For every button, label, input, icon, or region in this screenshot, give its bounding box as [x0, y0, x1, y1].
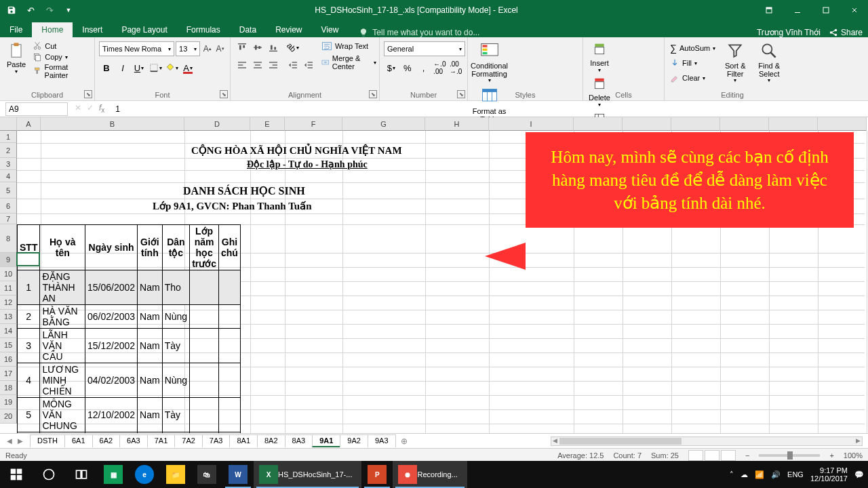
row-header-11[interactable]: 11	[0, 281, 17, 296]
taskbar-app-store[interactable]: 🛍	[191, 461, 222, 488]
insert-cells-button[interactable]: Insert▾	[586, 39, 613, 73]
tab-file[interactable]: File	[0, 22, 32, 37]
cancel-formula-icon[interactable]: ✕	[75, 103, 81, 114]
col-header-D[interactable]: D	[184, 117, 250, 131]
decrease-indent-icon[interactable]	[285, 58, 300, 73]
row-header-15[interactable]: 15	[0, 338, 17, 352]
paste-button[interactable]: Paste▾	[3, 39, 30, 79]
save-icon[interactable]	[3, 1, 20, 19]
row-header-10[interactable]: 10	[0, 267, 17, 281]
tray-onedrive-icon[interactable]: ☁	[741, 470, 748, 479]
taskbar-app-excel[interactable]: XHS_DSHocSinh_17-...	[254, 461, 361, 488]
clear-button[interactable]: Clear▾	[670, 71, 715, 85]
cut-button[interactable]: Cut	[33, 41, 92, 51]
taskbar-app-sheets[interactable]: ▦	[98, 461, 129, 488]
conditional-formatting-button[interactable]: Conditional Formatting▾	[471, 39, 508, 84]
font-launcher-icon[interactable]: ⬊	[220, 90, 228, 98]
merge-center-button[interactable]: Merge & Center▾	[321, 55, 376, 70]
align-top-icon[interactable]	[235, 40, 250, 55]
sheet-tab-6A3[interactable]: 6A3	[119, 434, 148, 447]
sheet-tab-7A2[interactable]: 7A2	[174, 434, 203, 447]
tray-chevron-icon[interactable]: ˄	[730, 470, 734, 479]
row-header-20[interactable]: 20	[0, 409, 17, 424]
shrink-font-icon[interactable]: A▾	[214, 41, 226, 56]
copy-button[interactable]: Copy▾	[33, 52, 92, 62]
align-bottom-icon[interactable]	[266, 40, 281, 55]
view-page-layout-icon[interactable]	[705, 450, 719, 461]
minimize-icon[interactable]	[784, 0, 811, 20]
orientation-icon[interactable]: ab▾	[285, 40, 300, 55]
tab-view[interactable]: View	[312, 22, 349, 37]
spreadsheet-grid[interactable]: ABDEFGHI 1234567891011121314151617181920…	[0, 117, 868, 433]
row-header-6[interactable]: 6	[0, 199, 17, 214]
sheet-tab-8A2[interactable]: 8A2	[257, 434, 285, 447]
row-header-5[interactable]: 5	[0, 182, 17, 199]
grow-font-icon[interactable]: A▴	[201, 41, 213, 56]
bold-button[interactable]: B	[99, 60, 114, 75]
format-painter-button[interactable]: Format Painter	[33, 63, 92, 79]
find-select-button[interactable]: Find & Select▾	[752, 39, 786, 87]
sheet-tab-7A3[interactable]: 7A3	[202, 434, 231, 447]
row-header-8[interactable]: 8	[0, 224, 17, 253]
horizontal-scrollbar[interactable]: ◀▶	[551, 436, 863, 446]
taskbar-app-recorder[interactable]: ⏺Recording...	[393, 461, 467, 488]
italic-button[interactable]: I	[115, 60, 130, 75]
new-sheet-icon[interactable]: ⊕	[395, 436, 413, 446]
tray-clock[interactable]: 9:17 PM 12/10/2017	[810, 466, 848, 483]
row-header-16[interactable]: 16	[0, 352, 17, 367]
align-left-icon[interactable]	[235, 58, 250, 73]
clipboard-launcher-icon[interactable]: ⬊	[84, 90, 92, 98]
sort-filter-button[interactable]: Sort & Filter▾	[718, 39, 752, 87]
row-header-12[interactable]: 12	[0, 296, 17, 310]
col-header-A[interactable]: A	[17, 117, 41, 131]
alignment-launcher-icon[interactable]: ⬊	[369, 90, 377, 98]
row-header-4[interactable]: 4	[0, 170, 17, 182]
row-header-13[interactable]: 13	[0, 310, 17, 324]
sheet-tab-6A2[interactable]: 6A2	[92, 434, 121, 447]
increase-indent-icon[interactable]	[301, 58, 316, 73]
zoom-level[interactable]: 100%	[844, 451, 863, 460]
font-size-select[interactable]: 13▾	[176, 41, 200, 56]
row-header-17[interactable]: 17	[0, 367, 17, 381]
tray-volume-icon[interactable]: 🔊	[771, 470, 781, 479]
tray-network-icon[interactable]: 📶	[755, 470, 764, 479]
row-header-2[interactable]: 2	[0, 143, 17, 158]
col-header-G[interactable]: G	[342, 117, 425, 131]
fill-color-button[interactable]: ▾	[164, 60, 179, 75]
sheet-nav-prev-icon[interactable]: ◀	[7, 437, 12, 445]
name-box[interactable]: A9	[5, 102, 68, 116]
col-header-E[interactable]: E	[250, 117, 285, 131]
row-header-3[interactable]: 3	[0, 158, 17, 170]
tab-review[interactable]: Review	[266, 22, 311, 37]
tab-home[interactable]: Home	[32, 22, 73, 37]
col-header-F[interactable]: F	[285, 117, 342, 131]
tray-language-icon[interactable]: ENG	[787, 470, 804, 479]
enter-formula-icon[interactable]: ✓	[87, 103, 94, 114]
tab-page-layout[interactable]: Page Layout	[112, 22, 176, 37]
decrease-decimal-icon[interactable]: .00→.0	[448, 60, 463, 75]
autosum-button[interactable]: ∑AutoSum▾	[670, 41, 715, 55]
zoom-slider[interactable]	[759, 454, 820, 457]
taskbar-app-word[interactable]: W	[222, 461, 254, 488]
row-header-19[interactable]: 19	[0, 395, 17, 409]
sheet-tab-7A1[interactable]: 7A1	[147, 434, 176, 447]
tell-me[interactable]: Tell me what you want to do...	[348, 28, 479, 37]
ribbon-options-icon[interactable]	[755, 0, 783, 20]
sheet-tab-8A3[interactable]: 8A3	[285, 434, 313, 447]
sheet-tab-6A1[interactable]: 6A1	[64, 434, 93, 447]
share-button[interactable]: Share	[829, 28, 863, 37]
row-header-7[interactable]: 7	[0, 214, 17, 224]
comma-format-icon[interactable]: ,	[416, 60, 431, 75]
redo-icon[interactable]: ↷	[41, 1, 58, 19]
sheet-tab-9A1[interactable]: 9A1	[312, 434, 340, 447]
user-name[interactable]: Trương Vĩnh Thới	[757, 28, 821, 37]
view-normal-icon[interactable]	[688, 450, 703, 461]
insert-function-icon[interactable]: fx	[99, 103, 104, 114]
wrap-text-button[interactable]: Wrap Text	[321, 39, 376, 54]
task-view-icon[interactable]	[65, 461, 98, 488]
qat-customize-icon[interactable]: ▼	[60, 1, 77, 19]
align-right-icon[interactable]	[266, 58, 281, 73]
row-header-1[interactable]: 1	[0, 131, 17, 143]
border-button[interactable]: ▾	[148, 60, 163, 75]
maximize-icon[interactable]	[812, 0, 840, 20]
